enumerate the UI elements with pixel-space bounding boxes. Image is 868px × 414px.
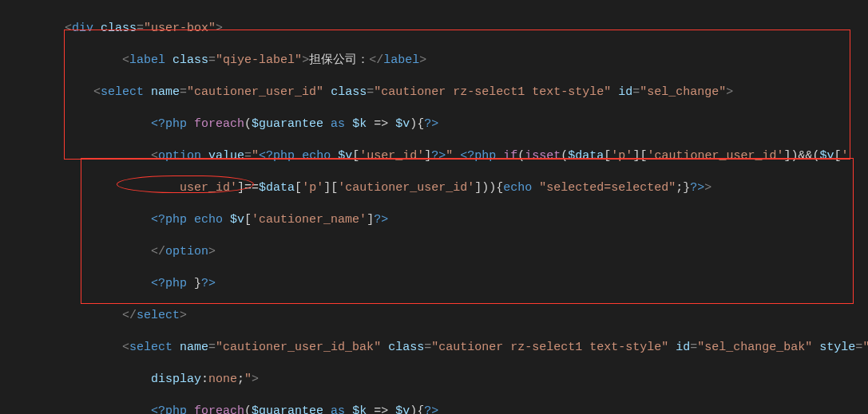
code-line: <?php }?>: [0, 276, 868, 292]
code-line: <option value="<?php echo $v['user_id']?…: [0, 148, 868, 164]
code-line: display:none;">: [0, 372, 868, 388]
code-line: <?php echo $v['cautioner_name']?>: [0, 212, 868, 228]
code-line: <select name="cautioner_user_id_bak" cla…: [0, 340, 868, 356]
code-line: <?php foreach($guarantee as $k => $v){?>: [0, 116, 868, 132]
code-line: <select name="cautioner_user_id" class="…: [0, 85, 868, 101]
code-line: </option>: [0, 244, 868, 260]
code-line: <?php foreach($guarantee as $k => $v){?>: [0, 404, 868, 414]
code-line: <div class="user-box">: [0, 21, 868, 37]
code-editor[interactable]: <div class="user-box"> <label class="qiy…: [0, 0, 868, 414]
code-line: <label class="qiye-label">担保公司：</label>: [0, 53, 868, 69]
code-line: user_id']==$data['p']['cautioner_user_id…: [0, 180, 868, 196]
code-line: </select>: [0, 308, 868, 324]
